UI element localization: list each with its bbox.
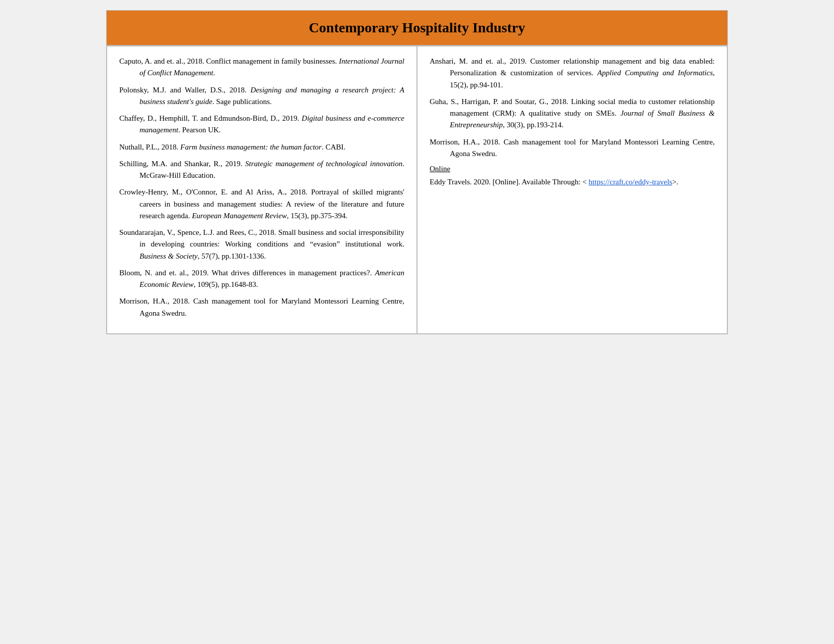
list-item: Crowley-Henry, M., O'Connor, E. and Al A… [119,186,404,222]
page-container: Contemporary Hospitality Industry Caputo… [106,10,728,334]
columns-container: Caputo, A. and et. al., 2018. Conflict m… [107,46,727,334]
page-header: Contemporary Hospitality Industry [107,11,727,46]
eddy-travels-link[interactable]: https://craft.co/eddy-travels [589,178,672,186]
list-item: Nuthall, P.L., 2018. Farm business manag… [119,141,404,153]
list-item: Polonsky, M.J. and Waller, D.S., 2018. D… [119,84,404,108]
list-item: Guha, S., Harrigan, P. and Soutar, G., 2… [430,96,715,131]
list-item: Morrison, H.A., 2018. Cash management to… [119,295,404,319]
list-item: Anshari, M. and et. al., 2019. Customer … [430,56,715,91]
list-item: Chaffey, D., Hemphill, T. and Edmundson-… [119,113,404,136]
list-item: Bloom, N. and et. al., 2019. What drives… [119,267,404,291]
list-item: Morrison, H.A., 2018. Cash management to… [430,136,715,160]
list-item: Eddy Travels. 2020. [Online]. Available … [430,176,715,188]
page-title: Contemporary Hospitality Industry [117,20,717,36]
right-column: Anshari, M. and et. al., 2019. Customer … [417,46,727,334]
online-heading: Online [430,165,715,173]
left-column: Caputo, A. and et. al., 2018. Conflict m… [107,46,417,334]
list-item: Soundararajan, V., Spence, L.J. and Rees… [119,227,404,262]
list-item: Caputo, A. and et. al., 2018. Conflict m… [119,56,404,79]
list-item: Schilling, M.A. and Shankar, R., 2019. S… [119,158,404,182]
